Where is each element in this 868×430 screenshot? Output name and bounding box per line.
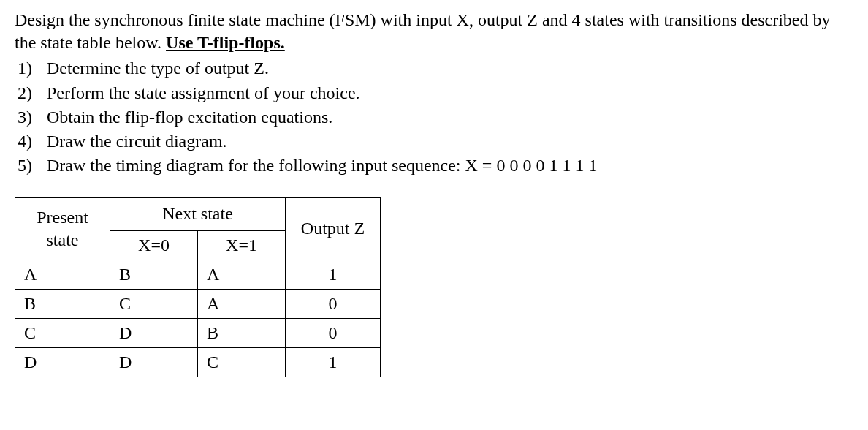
task-number: 3) (18, 106, 47, 129)
cell-x0: D (110, 319, 198, 348)
task-number: 1) (18, 57, 47, 80)
task-text: Draw the timing diagram for the followin… (47, 154, 597, 177)
task-number: 5) (18, 154, 47, 177)
cell-present: C (15, 319, 110, 348)
cell-x0: C (110, 289, 198, 318)
task-item: 2) Perform the state assignment of your … (18, 82, 853, 105)
cell-output: 0 (286, 289, 381, 318)
task-number: 4) (18, 130, 47, 153)
task-number: 2) (18, 82, 47, 105)
task-text: Obtain the flip-flop excitation equation… (47, 106, 332, 129)
task-text: Draw the circuit diagram. (47, 130, 227, 153)
task-text: Determine the type of output Z. (47, 57, 269, 80)
cell-x0: B (110, 260, 198, 289)
header-output: Output Z (286, 198, 381, 260)
table-header-row: Present state Next state Output Z (15, 198, 381, 230)
task-item: 4) Draw the circuit diagram. (18, 130, 853, 153)
cell-present: A (15, 260, 110, 289)
task-item: 5) Draw the timing diagram for the follo… (18, 154, 853, 177)
task-list: 1) Determine the type of output Z. 2) Pe… (18, 57, 853, 177)
state-table: Present state Next state Output Z X=0 X=… (15, 197, 381, 377)
task-item: 3) Obtain the flip-flop excitation equat… (18, 106, 853, 129)
cell-output: 1 (286, 348, 381, 377)
header-x1: X=1 (198, 230, 286, 260)
task-item: 1) Determine the type of output Z. (18, 57, 853, 80)
cell-x0: D (110, 348, 198, 377)
cell-present: B (15, 289, 110, 318)
state-table-wrapper: Present state Next state Output Z X=0 X=… (15, 197, 853, 377)
intro-text: Design the synchronous finite state mach… (15, 10, 831, 52)
cell-x1: C (198, 348, 286, 377)
task-text: Perform the state assignment of your cho… (47, 82, 360, 105)
cell-output: 1 (286, 260, 381, 289)
table-row: C D B 0 (15, 319, 381, 348)
header-x0: X=0 (110, 230, 198, 260)
intro-paragraph: Design the synchronous finite state mach… (15, 9, 853, 54)
table-row: A B A 1 (15, 260, 381, 289)
table-row: D D C 1 (15, 348, 381, 377)
header-next-state: Next state (110, 198, 286, 230)
cell-x1: B (198, 319, 286, 348)
cell-present: D (15, 348, 110, 377)
cell-output: 0 (286, 319, 381, 348)
table-row: B C A 0 (15, 289, 381, 318)
cell-x1: A (198, 289, 286, 318)
cell-x1: A (198, 260, 286, 289)
intro-emphasis: Use T-flip-flops. (166, 33, 285, 52)
header-present-state: Present state (15, 198, 110, 260)
